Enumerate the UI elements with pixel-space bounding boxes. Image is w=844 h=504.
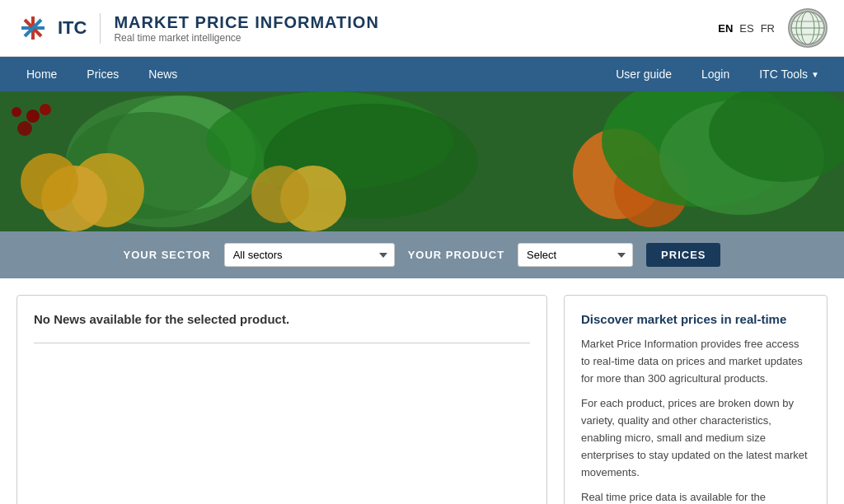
header-right: EN ES FR (718, 8, 828, 48)
panel-divider (34, 343, 530, 343)
nav-left: Home Prices News (13, 57, 190, 91)
lang-en[interactable]: EN (718, 22, 733, 35)
lang-fr[interactable]: FR (761, 22, 775, 35)
hero-decorative (0, 91, 844, 231)
hero-banner (0, 91, 844, 231)
page-subtitle: Real time market intelligence (114, 32, 378, 44)
page-title: MARKET PRICE INFORMATION (114, 13, 378, 32)
itc-tools-dropdown-arrow: ▼ (811, 70, 819, 79)
header: ITC MARKET PRICE INFORMATION Real time m… (0, 0, 844, 57)
org-name: ITC (58, 17, 87, 39)
un-logo-icon (788, 8, 828, 48)
language-options: EN ES FR (718, 22, 775, 35)
right-panel-para3: Real time price data is available for th… (581, 489, 810, 504)
header-left: ITC MARKET PRICE INFORMATION Real time m… (16, 12, 379, 44)
nav-prices[interactable]: Prices (73, 57, 132, 91)
right-panel-para1: Market Price Information provides free a… (581, 336, 810, 387)
nav-home[interactable]: Home (13, 57, 70, 91)
product-select[interactable]: Select (518, 243, 633, 267)
sector-label: YOUR SECTOR (124, 249, 211, 261)
svg-rect-31 (0, 91, 844, 231)
nav-right: User guide Login ITC Tools ▼ (604, 57, 831, 91)
logo-text-area: MARKET PRICE INFORMATION Real time marke… (100, 13, 378, 44)
filter-bar: YOUR SECTOR All sectorsAgricultural soft… (0, 231, 844, 278)
navbar: Home Prices News User guide Login ITC To… (0, 57, 844, 91)
itc-logo-icon (16, 12, 49, 44)
main-content: No News available for the selected produ… (0, 278, 844, 504)
sector-select[interactable]: All sectorsAgricultural soft commodities… (224, 243, 395, 267)
nav-login[interactable]: Login (690, 57, 741, 91)
logo-area: ITC (16, 12, 87, 44)
no-news-message: No News available for the selected produ… (34, 312, 530, 326)
nav-news[interactable]: News (135, 57, 190, 91)
lang-es[interactable]: ES (739, 22, 753, 35)
nav-itc-tools[interactable]: ITC Tools ▼ (748, 57, 831, 91)
prices-button[interactable]: PRICES (646, 243, 720, 267)
left-panel: No News available for the selected produ… (16, 295, 547, 504)
right-panel: Discover market prices in real-time Mark… (564, 295, 828, 504)
right-panel-title: Discover market prices in real-time (581, 312, 810, 326)
un-globe-svg (790, 10, 826, 46)
right-panel-para2: For each product, prices are broken down… (581, 395, 810, 481)
product-label: YOUR PRODUCT (408, 249, 504, 261)
nav-user-guide[interactable]: User guide (604, 57, 683, 91)
